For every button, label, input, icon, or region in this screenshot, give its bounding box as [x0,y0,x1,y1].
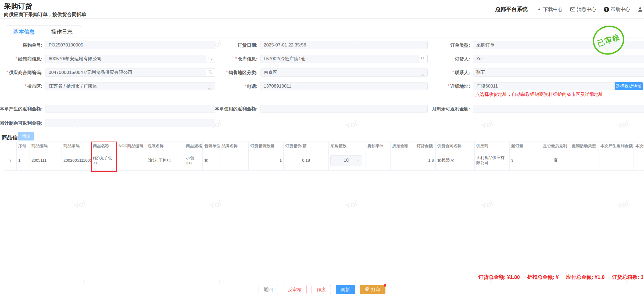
field-rebate-used: 本单使用的返利金额: [215,105,428,113]
cell-last-rebate: 否 [541,150,570,171]
field-address: 详细地址: 广陵60011 选择收货地址 [428,82,644,90]
col-box-qty: 订货箱装数量 [249,142,284,150]
total-order-amount: 订货总金额: ¥1.80 [478,274,520,280]
col-brand: 品牌名称 [220,142,249,150]
warehouse-search-button[interactable] [418,55,428,63]
cell-purchase-boxes: − 10 + [329,150,366,171]
col-last-rebate: 是否最后返利 [541,142,570,150]
rebate-total-left-input[interactable] [45,119,215,127]
cell-ncc-code [117,150,146,171]
cell-discount-rate [366,150,391,171]
cell-unit: 套 [203,150,220,171]
chevron-down-icon [208,85,212,90]
add-product-button[interactable]: 增加 [18,132,34,140]
cell-supplier: 天利食品供应有限公司 [475,150,510,171]
col-package-name: 包装名称 [146,142,184,150]
phone-input[interactable]: 13708910011 [260,82,428,90]
col-ncc-code: NCC商品编码 [117,142,146,150]
total-discount-amount: 折扣总金额: ¥ [527,274,559,280]
address-input[interactable]: 广陵60011 [473,82,615,90]
tab-bar-divider [0,38,644,38]
void-button[interactable]: 作废 [312,285,331,294]
cell-product-code: 2005111 [30,150,62,171]
chevron-down-icon [421,71,424,77]
print-button[interactable]: 打印 [360,285,385,294]
back-button[interactable]: 返回 [259,285,278,294]
dealer-search-button[interactable] [206,55,215,63]
nav-item-message[interactable]: 消息中心 [570,6,596,13]
stepper-increase-button[interactable]: + [354,156,362,165]
nav-item-help[interactable]: ? 帮助中心 [604,6,630,13]
table-row: › 1 2005111 2002005111000 (套)丸子包T1 (套)丸子… [4,150,644,171]
field-sales-region: 销售地区分类: 南京区 [215,68,428,77]
purchase-no-input[interactable]: PO25070100005 [45,41,215,49]
supplier-contract-search-button[interactable] [206,68,215,77]
dealer-input[interactable]: 600570/黎安运输有限公司 [45,55,206,63]
tab-basic-info[interactable]: 基本信息 [5,26,43,38]
field-supplier-contract: 供应商合同编码: 0047000015/0047/天利食品供应有限公司 [0,68,215,77]
cell-rebate-gen [599,150,634,171]
select-address-button[interactable]: 选择收货地址 [615,82,643,90]
col-discount-rate: 折扣率% [366,142,391,150]
approved-stamp: 已审核 [589,21,628,59]
field-order-date: 订货日期: 2025-07-01 22:35:56 [215,41,428,49]
field-dealer: 经销商信息: 600570/黎安运输有限公司 [0,55,215,63]
print-badge-dot [384,284,386,287]
field-province: 省市区: 江苏省 / 扬州市 / 广陵区 [0,82,215,90]
stepper-decrease-button[interactable]: − [331,156,338,165]
address-hint: 点选择收货地址，自动获取经销商资料维护的省市区及详细地址 [475,91,603,98]
cell-discount-amount [391,150,415,171]
field-warehouse: 仓库信息: L57002/冷链广陵1仓 [215,55,428,63]
cell-contract-name: 套餐品02 [436,150,475,171]
province-cascader[interactable]: 江苏省 / 扬州市 / 广陵区 [45,82,215,90]
purchase-boxes-stepper[interactable]: − 10 + [330,155,362,165]
footer-action-bar: 返回 反审核 作废 刷新 打印 [0,283,644,296]
row-expand-icon[interactable]: › [6,157,15,164]
printer-icon [365,287,369,293]
supplier-contract-input[interactable]: 0047000015/0047/天利食品供应有限公司 [45,68,206,77]
total-boxes: 订货总箱数: 3 [612,274,643,280]
refresh-button[interactable]: 刷新 [336,285,355,294]
orderer-input[interactable]: Yol [473,55,644,63]
unapprove-button[interactable]: 反审核 [283,285,307,294]
cell-barcode: 2002005111000 [62,150,91,171]
download-icon [537,7,542,12]
totals-bar: 订货总金额: ¥1.80 折扣总金额: ¥ 应付总金额: ¥1.8 订货总箱数:… [0,274,643,281]
tab-bar: 基本信息 操作日志 [5,26,81,38]
cell-min-order: 3 [510,150,541,171]
table-header-row: 序号 商品编码 商品条码 商品名称 NCC商品编码 包装名称 商品规格 包装单位… [4,142,644,150]
rebate-used-input[interactable] [260,105,428,113]
col-barcode: 商品条码 [62,142,91,150]
col-expand [4,142,17,150]
nav-item-download[interactable]: 下载中心 [537,6,563,13]
col-box-price: 订货箱价/箱 [284,142,329,150]
col-seq: 序号 [17,142,30,150]
top-header: 采购订货 向供应商下采购订单，按供货合同拆单 总部平台系统 下载中心 消息中心 … [0,0,644,19]
search-icon [421,56,425,62]
system-name: 总部平台系统 [495,6,528,13]
contact-input[interactable]: 张五 [473,68,644,77]
stepper-value[interactable]: 10 [338,156,354,165]
field-contact: 联系人: 张五 [428,68,644,77]
products-table: 序号 商品编码 商品条码 商品名称 NCC商品编码 包装名称 商品规格 包装单位… [4,142,644,296]
message-icon [570,7,575,12]
col-discount-amount: 折扣金额 [391,142,415,150]
col-rebate-used: 本次使用返利金额 [634,142,644,150]
sales-region-select[interactable]: 南京区 [260,68,428,77]
col-product-code: 商品编码 [30,142,62,150]
field-phone: 电话: 13708910011 [215,82,428,90]
col-purchase-boxes: 采购箱数 [329,142,366,150]
total-payable-amount: 应付总金额: ¥1.8 [566,274,605,280]
rebate-month-left-input[interactable] [473,105,644,113]
field-purchase-no: 采购单号: PO25070100005 [0,41,215,49]
order-date-input[interactable]: 2025-07-01 22:35:56 [260,41,428,49]
field-rebate-month-left: 月剩余可返利金额: [428,105,644,113]
col-min-order: 起订量 [510,142,541,150]
user-menu[interactable] [638,7,643,12]
rebate-generated-input[interactable] [45,105,215,113]
tab-operation-log[interactable]: 操作日志 [43,26,81,38]
cell-box-price: 0.18 [284,150,329,171]
warehouse-input[interactable]: L57002/冷链广陵1仓 [260,55,418,63]
page-title: 采购订货 [4,2,32,11]
col-unit: 包装单位 [203,142,220,150]
